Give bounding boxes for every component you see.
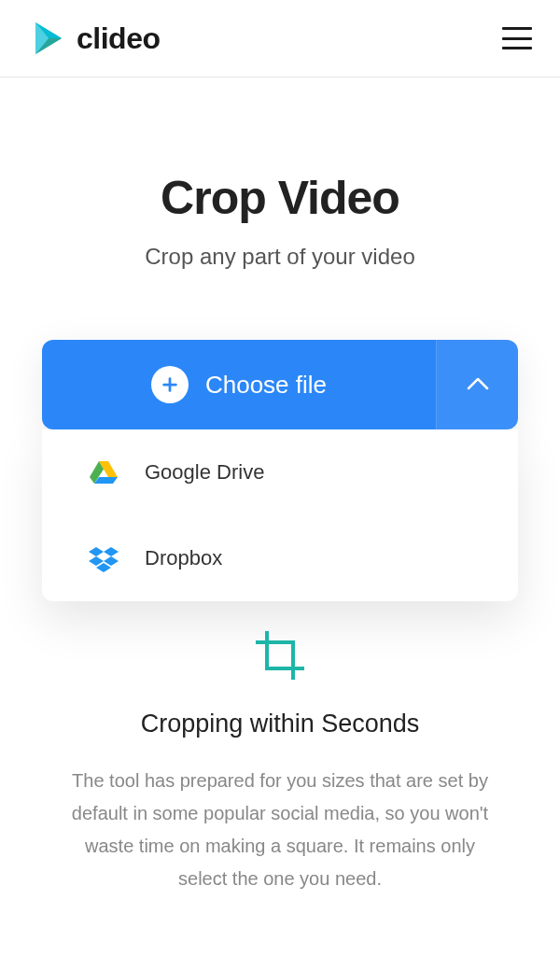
page-subtitle: Crop any part of your video [42, 244, 518, 270]
file-picker: Choose file [42, 340, 518, 429]
plus-icon [151, 366, 189, 403]
source-dropdown-menu: Google Drive Dropbox [42, 429, 518, 601]
logo[interactable]: clideo [28, 19, 160, 58]
main-content: Crop Video Crop any part of your video C… [0, 77, 560, 895]
source-dropbox[interactable]: Dropbox [42, 515, 518, 601]
feature-section: Cropping within Seconds The tool has pre… [42, 629, 518, 895]
google-drive-icon [89, 457, 119, 487]
crop-icon [254, 629, 306, 682]
choose-file-button[interactable]: Choose file [42, 340, 436, 429]
choose-file-label: Choose file [205, 371, 327, 400]
feature-description: The tool has prepared for you sizes that… [61, 765, 499, 895]
dropbox-icon [89, 543, 119, 573]
source-label: Google Drive [145, 460, 264, 485]
page-header: clideo [0, 0, 560, 77]
feature-title: Cropping within Seconds [61, 710, 499, 738]
brand-name: clideo [77, 21, 160, 56]
play-icon [28, 19, 67, 58]
chevron-up-icon [467, 377, 489, 393]
source-dropdown-toggle[interactable] [436, 340, 518, 429]
menu-icon[interactable] [502, 27, 532, 49]
source-google-drive[interactable]: Google Drive [42, 429, 518, 515]
page-title: Crop Video [42, 171, 518, 225]
source-label: Dropbox [145, 546, 222, 570]
